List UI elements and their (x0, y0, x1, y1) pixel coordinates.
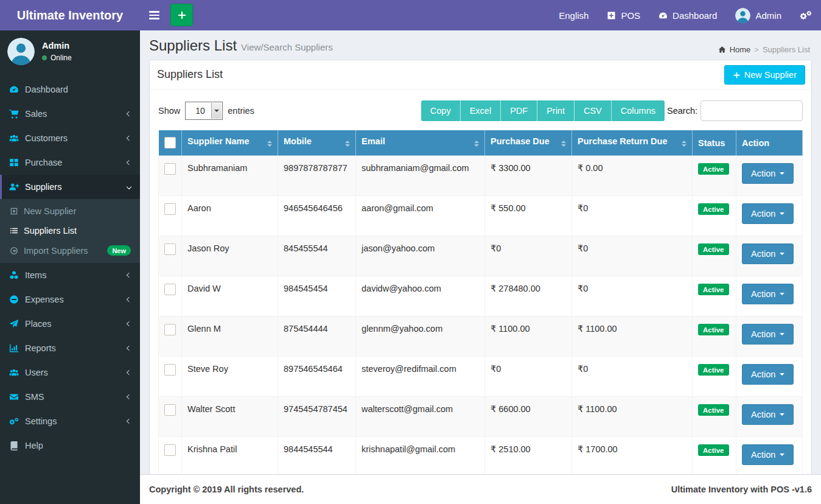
sidebar-item-items[interactable]: Items (0, 263, 140, 287)
export-columns-button[interactable]: Columns (612, 100, 665, 121)
action-button[interactable]: Action (742, 203, 794, 224)
action-button[interactable]: Action (742, 284, 794, 304)
hamburger-menu-button[interactable] (140, 0, 168, 30)
status-badge: Active (698, 444, 729, 456)
search-input[interactable] (700, 100, 803, 121)
export-copy-button[interactable]: Copy (421, 100, 461, 121)
row-checkbox[interactable] (164, 203, 176, 215)
sidebar-item-customers[interactable]: Customers (0, 126, 140, 150)
column-header-purchase-due[interactable]: Purchase Due (485, 130, 572, 156)
nav-settings[interactable] (791, 0, 821, 30)
nav-dashboard[interactable]: Dashboard (649, 0, 726, 30)
card-header: Suppliers List New Supplier (150, 60, 811, 89)
sidebar-item-purchase[interactable]: Purchase (0, 150, 140, 175)
chevron-left-icon (127, 346, 131, 351)
cart-icon (9, 109, 19, 119)
select-all-checkbox[interactable] (164, 137, 176, 149)
export-pdf-button[interactable]: PDF (501, 100, 537, 121)
row-checkbox[interactable] (164, 444, 176, 456)
action-button[interactable]: Action (742, 163, 794, 184)
user-status: Online (42, 54, 72, 62)
row-checkbox[interactable] (164, 324, 176, 335)
search-label: Search: (667, 106, 697, 116)
supplier-name-cell: Krishna Patil (182, 437, 278, 475)
version-text: Ultimate Inventory with POS -v1.6 (671, 485, 812, 494)
column-header-email[interactable]: Email (356, 130, 485, 156)
page-length-select[interactable]: 10 (185, 102, 223, 120)
nav-language[interactable]: English (550, 0, 598, 30)
supplier-name-cell: David W (182, 276, 278, 317)
export-excel-button[interactable]: Excel (461, 100, 501, 121)
sidebar-item-help[interactable]: Help (0, 433, 140, 458)
sidebar-subitem-suppliers-list[interactable]: Suppliers List (0, 221, 140, 240)
sidebar-subitem-new-supplier[interactable]: New Supplier (0, 201, 140, 221)
status-cell: Active (693, 276, 736, 317)
row-checkbox[interactable] (164, 404, 176, 416)
content-wrapper: Suppliers ListView/Search Suppliers Home… (140, 0, 821, 474)
action-cell: Action (736, 397, 803, 437)
sidebar-item-places[interactable]: Places (0, 312, 140, 336)
caret-down-icon (780, 453, 784, 458)
row-checkbox[interactable] (164, 163, 176, 175)
users-icon (9, 133, 19, 143)
action-button-label: Action (751, 410, 775, 419)
sidebar-item-dashboard[interactable]: Dashboard (0, 77, 140, 102)
action-button[interactable]: Action (742, 444, 794, 465)
sidebar-item-sales[interactable]: Sales (0, 102, 140, 126)
chevron-left-icon (127, 111, 131, 116)
sidebar-item-reports[interactable]: Reports (0, 336, 140, 360)
breadcrumb: Home > Suppliers List (718, 45, 810, 54)
sidebar-item-expenses[interactable]: Expenses (0, 287, 140, 312)
action-button[interactable]: Action (742, 243, 794, 264)
export-print-button[interactable]: Print (537, 100, 575, 121)
sidebar-item-sms[interactable]: SMS (0, 385, 140, 409)
chevron-left-icon (127, 419, 131, 424)
main-footer: Copyright © 2019 All rights reserved. Ul… (140, 474, 821, 504)
column-header-purchase-return-due[interactable]: Purchase Return Due (572, 130, 693, 156)
sidebar-menu: DashboardSalesCustomersPurchaseSuppliers… (0, 77, 140, 458)
action-cell: Action (736, 276, 803, 317)
mobile-cell: 9844545544 (278, 437, 356, 475)
sidebar-subitem-import-suppliers[interactable]: Import SuppliersNew (0, 240, 140, 261)
action-cell: Action (736, 437, 803, 475)
action-button[interactable]: Action (742, 324, 794, 345)
email-cell: walterscott@gmail.com (356, 397, 485, 437)
purchase-due-cell: ₹ 550.00 (485, 196, 572, 236)
action-button[interactable]: Action (742, 404, 794, 425)
action-cell: Action (736, 357, 803, 397)
purchase-return-due-cell: ₹ 1100.00 (572, 317, 693, 357)
breadcrumb-home[interactable]: Home (730, 45, 751, 54)
export-csv-button[interactable]: CSV (575, 100, 612, 121)
sidebar-item-label: Users (25, 368, 48, 377)
row-checkbox[interactable] (164, 364, 176, 376)
row-checkbox[interactable] (164, 284, 176, 295)
status-cell: Active (693, 317, 736, 357)
card-title: Suppliers List (157, 68, 223, 80)
row-checkbox[interactable] (164, 243, 176, 255)
sidebar-item-users[interactable]: Users (0, 360, 140, 385)
app-title[interactable]: Ultimate Inventory (0, 0, 140, 30)
sidebar-item-settings[interactable]: Settings (0, 409, 140, 433)
column-header-action: Action (736, 130, 803, 156)
action-button-label: Action (751, 249, 775, 259)
submenu-suppliers: New SupplierSuppliers ListImport Supplie… (0, 199, 140, 263)
column-header-mobile[interactable]: Mobile (278, 130, 356, 156)
email-cell: steveroy@redifmail.com (356, 357, 485, 397)
status-cell: Active (693, 236, 736, 276)
purchase-due-cell: ₹ 3300.00 (485, 156, 572, 196)
minus-circle-icon (9, 295, 19, 304)
row-select-cell (159, 236, 182, 276)
avatar (7, 38, 35, 65)
action-button-label: Action (751, 209, 775, 219)
status-badge: Active (698, 404, 729, 416)
new-supplier-button[interactable]: New Supplier (724, 65, 805, 85)
action-button[interactable]: Action (742, 364, 794, 385)
column-header-supplier-name[interactable]: Supplier Name (182, 130, 278, 156)
gears-icon (9, 416, 19, 426)
sidebar-item-suppliers[interactable]: Suppliers (0, 175, 140, 199)
quick-add-button[interactable] (170, 4, 193, 26)
nav-user[interactable]: Admin (726, 0, 791, 30)
dashboard-icon (659, 11, 668, 20)
purchase-return-due-cell: ₹0 (572, 276, 693, 317)
nav-pos[interactable]: POS (598, 0, 649, 30)
